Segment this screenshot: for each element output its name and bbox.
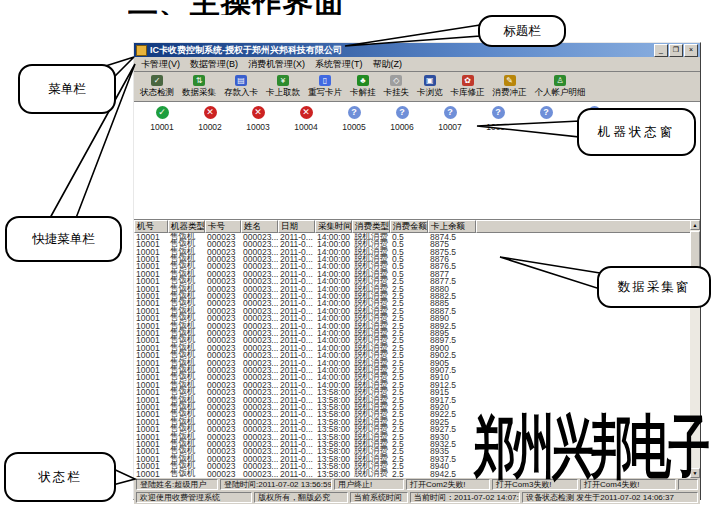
menu-item-machine-mgmt[interactable]: 消费机管理(X) [244,58,309,71]
consume-reversal-icon: ✎ [504,75,516,86]
callout-shortcut-bar: 快捷菜单栏 [5,216,122,262]
table-cell: 2011-0... [278,469,315,478]
toolbar-label: 状态检测 [140,87,174,99]
toolbar-button-card-browse[interactable]: ▣卡浏览 [415,75,445,99]
menu-bar: 卡管理(V)数据管理(B)消费机管理(X)系统管理(T)帮助(Z) [134,57,700,72]
toolbar-label: 个人帐户明细 [535,87,586,99]
toolbar-button-data-collect[interactable]: ⇅数据采集 [180,75,218,99]
column-header[interactable]: 消费类型 [352,220,390,233]
toolbar-label: 卡解挂 [350,87,376,99]
page-heading: 二、主操作界面 [128,0,398,15]
table-cell: 售饭机 [168,468,205,478]
restore-button[interactable]: ❐ [669,44,683,57]
machine-id-label: 10005 [342,122,366,132]
toolbar-button-card-unfreeze[interactable]: ♣卡解挂 [348,75,378,99]
menu-item-data-mgmt[interactable]: 数据管理(B) [186,58,242,71]
toolbar-label: 重写卡片 [308,87,342,99]
machine-id-label: 10004 [294,122,318,132]
column-header[interactable]: 机号 [134,220,168,233]
machine-status-item[interactable]: ✕10002 [190,106,230,132]
machine-status-fail-icon: ✕ [300,106,313,119]
toolbar-button-rewrite-card[interactable]: ▯重写卡片 [306,75,344,99]
machine-id-label: 10009 [534,122,558,132]
machine-status-item[interactable]: ✕10004 [286,106,326,132]
machine-status-unknown-icon: ? [444,106,457,119]
toolbar-button-consume-reversal[interactable]: ✎消费冲正 [491,75,529,99]
toolbar-button-personal-account-detail[interactable]: ♙个人帐户明细 [533,75,588,99]
rewrite-card-icon: ▯ [319,75,331,86]
column-header[interactable]: 姓名 [241,220,278,233]
machine-status-item[interactable]: ?10008 [478,106,518,132]
toolbar-label: 卡挂失 [384,87,410,99]
menu-item-system-mgmt[interactable]: 系统管理(T) [311,58,367,71]
column-header[interactable]: 采集时间 [315,220,352,233]
card-report-loss-icon: ◇ [390,75,402,86]
machine-status-item[interactable]: ✕10003 [238,106,278,132]
status-panel: 当前系统时间 [350,492,408,503]
window-title: IC卡收费控制系统-授权于郑州兴邦科技有限公司 [150,44,654,57]
window-controls: _ ❐ × [654,44,698,57]
machine-status-fail-icon: ✕ [252,106,265,119]
machine-id-label: 10003 [246,122,270,132]
machine-status-unknown-icon: ? [492,106,505,119]
machine-id-label: 10008 [486,122,510,132]
machine-id-label: 10002 [198,122,222,132]
machine-id-label: 10006 [390,122,414,132]
window-title-bar[interactable]: IC卡收费控制系统-授权于郑州兴邦科技有限公司 _ ❐ × [134,43,700,57]
data-collect-icon: ⇅ [193,75,205,86]
table-cell: 13:58:00 [315,469,352,478]
machine-status-item[interactable]: ✓10001 [142,106,182,132]
table-cell: 000023... [241,469,278,478]
toolbar-label: 卡库修正 [451,87,485,99]
machine-status-unknown-icon: ? [540,106,553,119]
scroll-up-icon[interactable]: ▲ [690,220,700,230]
watermark: 郑州兴邦电子 [474,402,707,494]
table-header-row: 机号机器类型卡号姓名日期采集时间消费类型消费金额卡上余额 [134,220,700,233]
machine-status-unknown-icon: ? [396,106,409,119]
machine-status-item[interactable]: ?10006 [382,106,422,132]
column-header[interactable]: 卡上余额 [428,220,476,233]
page-heading-text: 二、主操作界面 [128,0,398,15]
column-header[interactable]: 日期 [278,220,315,233]
card-browse-icon: ▣ [424,75,436,86]
callout-menu-bar: 菜单栏 [18,64,116,114]
machine-status-item[interactable]: ?10007 [430,106,470,132]
column-header[interactable]: 机器类型 [168,220,205,233]
status-panel: 版权所有，翻版必究 [254,492,348,503]
withdraw-from-card-icon: ¥ [277,75,289,86]
table-cell: 10001 [134,469,168,478]
app-icon [136,45,147,56]
column-header[interactable]: 消费金额 [390,220,428,233]
toolbar-button-deposit-to-card[interactable]: ▤存款入卡 [222,75,260,99]
toolbar-label: 卡上取款 [266,87,300,99]
card-db-fix-icon: ✿ [462,75,474,86]
deposit-to-card-icon: ▤ [235,75,247,86]
machine-status-ok-icon: ✓ [156,106,169,119]
status-check-icon: ✓ [151,75,163,86]
toolbar-button-card-report-loss[interactable]: ◇卡挂失 [382,75,412,99]
column-header[interactable]: 卡号 [205,220,241,233]
toolbar-label: 数据采集 [182,87,216,99]
minimize-button[interactable]: _ [654,44,668,57]
close-button[interactable]: × [684,44,698,57]
toolbar-button-withdraw-from-card[interactable]: ¥卡上取款 [264,75,302,99]
menu-item-card-mgmt[interactable]: 卡管理(V) [137,58,184,71]
status-panel: 登陆时间:2011-07-02 13:56:59 [220,479,332,490]
toolbar-label: 卡浏览 [417,87,443,99]
table-cell: 000023 [205,469,241,478]
table-cell: 8942.5 [428,469,476,478]
callout-title-bar: 标题栏 [478,15,566,47]
machine-status-item[interactable]: ?10009 [526,106,566,132]
status-panel: 用户终止! [334,479,404,490]
menu-item-help[interactable]: 帮助(Z) [369,58,407,71]
machine-status-item[interactable]: ?10005 [334,106,374,132]
column-header-filler [476,220,700,233]
table-cell: 2.5 [390,469,428,478]
toolbar-button-status-check[interactable]: ✓状态检测 [138,75,176,99]
toolbar-button-card-db-fix[interactable]: ✿卡库修正 [449,75,487,99]
card-unfreeze-icon: ♣ [357,75,369,86]
toolbar-label: 消费冲正 [493,87,527,99]
status-panel: 欢迎使用收费管理系统 [136,492,252,503]
callout-data-collection-window: 数据采集窗 [597,266,711,308]
machine-id-label: 10007 [438,122,462,132]
